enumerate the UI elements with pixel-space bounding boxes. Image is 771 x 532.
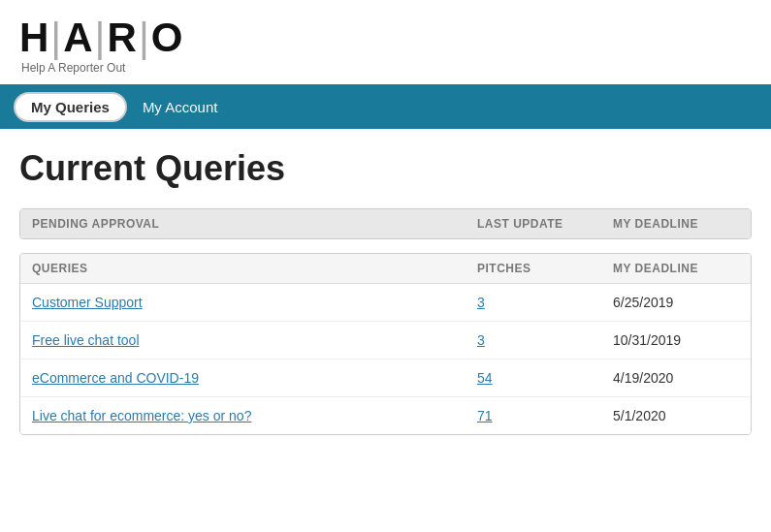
logo-tagline: Help A Reporter Out bbox=[21, 61, 125, 75]
pitches-link[interactable]: 3 bbox=[477, 295, 485, 310]
logo-o: O bbox=[151, 15, 185, 60]
pitches-count: 54 bbox=[477, 370, 613, 386]
deadline-value: 4/19/2020 bbox=[613, 370, 739, 386]
table-row: eCommerce and COVID-19 54 4/19/2020 bbox=[20, 360, 751, 397]
logo-sep2: | bbox=[95, 15, 108, 60]
logo-r: R bbox=[108, 15, 139, 60]
queries-table-header: QUERIES PITCHES MY DEADLINE bbox=[20, 254, 751, 284]
logo-h: H bbox=[19, 15, 50, 60]
pitches-count: 3 bbox=[477, 295, 613, 310]
query-link[interactable]: Customer Support bbox=[32, 295, 143, 310]
query-link[interactable]: eCommerce and COVID-19 bbox=[32, 370, 199, 386]
deadline-value: 5/1/2020 bbox=[613, 408, 739, 423]
pending-col-label: PENDING APPROVAL bbox=[32, 217, 477, 231]
pending-table-header: PENDING APPROVAL LAST UPDATE MY DEADLINE bbox=[20, 209, 751, 238]
my-deadline-col-label: MY DEADLINE bbox=[613, 262, 739, 275]
pitches-link[interactable]: 71 bbox=[477, 408, 493, 423]
deadline-value: 10/31/2019 bbox=[613, 332, 739, 348]
navbar: My Queries My Account bbox=[0, 84, 771, 129]
pitches-link[interactable]: 3 bbox=[477, 332, 485, 348]
query-name: Free live chat tool bbox=[32, 331, 477, 349]
page-title: Current Queries bbox=[19, 148, 752, 189]
queries-rows: Customer Support 3 6/25/2019 Free live c… bbox=[20, 284, 751, 434]
table-row: Free live chat tool 3 10/31/2019 bbox=[20, 322, 751, 360]
logo-sep1: | bbox=[50, 15, 63, 60]
logo: H|A|R|O bbox=[19, 17, 184, 58]
pitches-link[interactable]: 54 bbox=[477, 370, 493, 386]
table-row: Customer Support 3 6/25/2019 bbox=[20, 284, 751, 322]
pitches-col-label: PITCHES bbox=[477, 262, 613, 275]
query-link[interactable]: Live chat for ecommerce: yes or no? bbox=[32, 408, 251, 423]
query-link[interactable]: Free live chat tool bbox=[32, 332, 140, 348]
deadline-col-label: MY DEADLINE bbox=[613, 217, 739, 231]
table-row: Live chat for ecommerce: yes or no? 71 5… bbox=[20, 397, 751, 434]
query-name: eCommerce and COVID-19 bbox=[32, 369, 477, 387]
main-content: Current Queries PENDING APPROVAL LAST UP… bbox=[0, 129, 771, 454]
query-name: Live chat for ecommerce: yes or no? bbox=[32, 407, 477, 424]
nav-item-my-queries[interactable]: My Queries bbox=[14, 92, 127, 122]
queries-col-label: QUERIES bbox=[32, 262, 477, 275]
logo-a: A bbox=[63, 15, 94, 60]
pitches-count: 71 bbox=[477, 408, 613, 423]
logo-sep3: | bbox=[139, 15, 151, 60]
pending-table: PENDING APPROVAL LAST UPDATE MY DEADLINE bbox=[19, 208, 752, 239]
query-name: Customer Support bbox=[32, 294, 477, 311]
logo-container: H|A|R|O Help A Reporter Out bbox=[19, 17, 752, 75]
last-update-col-label: LAST UPDATE bbox=[477, 217, 613, 231]
queries-table: QUERIES PITCHES MY DEADLINE Customer Sup… bbox=[19, 253, 752, 435]
header: H|A|R|O Help A Reporter Out bbox=[0, 0, 771, 84]
deadline-value: 6/25/2019 bbox=[613, 295, 739, 310]
pitches-count: 3 bbox=[477, 332, 613, 348]
nav-item-my-account[interactable]: My Account bbox=[127, 91, 234, 123]
